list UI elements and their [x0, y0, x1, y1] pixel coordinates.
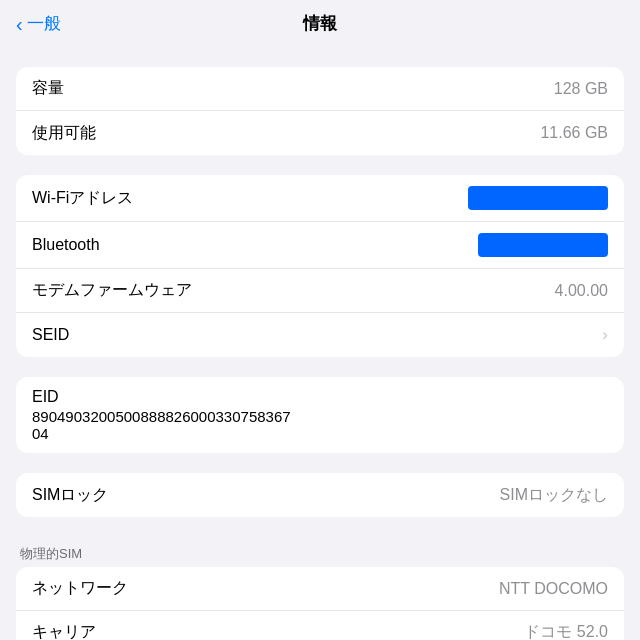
eid-row: EID 890490320050088882600033075836704: [16, 377, 624, 453]
seid-row[interactable]: SEID ›: [16, 313, 624, 357]
wifi-address-value: [468, 186, 608, 210]
eid-section: EID 890490320050088882600033075836704: [0, 377, 640, 453]
network-label: ネットワーク: [32, 578, 128, 599]
available-value: 11.66 GB: [540, 124, 608, 142]
storage-section: 容量 128 GB 使用可能 11.66 GB: [0, 67, 640, 155]
back-chevron-icon: ‹: [16, 14, 23, 34]
sim-lock-card: SIMロック SIMロックなし: [16, 473, 624, 517]
capacity-value: 128 GB: [554, 80, 608, 98]
content-scroll[interactable]: 容量 128 GB 使用可能 11.66 GB Wi-Fiアドレス Blueto…: [0, 47, 640, 640]
modem-firmware-value: 4.00.00: [555, 282, 608, 300]
seid-label: SEID: [32, 326, 69, 344]
sim-lock-label: SIMロック: [32, 485, 108, 506]
eid-card: EID 890490320050088882600033075836704: [16, 377, 624, 453]
network-card: Wi-Fiアドレス Bluetooth モデムファームウェア 4.00.00 S…: [16, 175, 624, 357]
screen: ‹ 一般 情報 容量 128 GB 使用可能 11.66 GB: [0, 0, 640, 640]
bluetooth-row: Bluetooth: [16, 222, 624, 269]
carrier-row: キャリア ドコモ 52.0: [16, 611, 624, 640]
bluetooth-value: [478, 233, 608, 257]
storage-card: 容量 128 GB 使用可能 11.66 GB: [16, 67, 624, 155]
eid-label: EID: [32, 388, 59, 406]
seid-chevron-icon: ›: [602, 325, 608, 345]
capacity-label: 容量: [32, 78, 64, 99]
network-section: Wi-Fiアドレス Bluetooth モデムファームウェア 4.00.00 S…: [0, 175, 640, 357]
sim-lock-row: SIMロック SIMロックなし: [16, 473, 624, 517]
header: ‹ 一般 情報: [0, 0, 640, 47]
sim-lock-section: SIMロック SIMロックなし: [0, 473, 640, 517]
eid-value: 890490320050088882600033075836704: [32, 408, 291, 442]
physical-sim-card: ネットワーク NTT DOCOMO キャリア ドコモ 52.0 IMEI 35 …: [16, 567, 624, 640]
modem-firmware-label: モデムファームウェア: [32, 280, 192, 301]
capacity-row: 容量 128 GB: [16, 67, 624, 111]
physical-sim-section-label: 物理的SIM: [0, 537, 640, 567]
bluetooth-label: Bluetooth: [32, 236, 100, 254]
back-label: 一般: [27, 12, 61, 35]
carrier-label: キャリア: [32, 622, 96, 640]
wifi-address-row: Wi-Fiアドレス: [16, 175, 624, 222]
page-title: 情報: [303, 12, 337, 35]
carrier-value: ドコモ 52.0: [524, 622, 608, 640]
physical-sim-section: 物理的SIM ネットワーク NTT DOCOMO キャリア ドコモ 52.0 I…: [0, 537, 640, 640]
available-label: 使用可能: [32, 123, 96, 144]
wifi-address-label: Wi-Fiアドレス: [32, 188, 133, 209]
modem-firmware-row: モデムファームウェア 4.00.00: [16, 269, 624, 313]
sim-lock-value: SIMロックなし: [500, 485, 608, 506]
network-value: NTT DOCOMO: [499, 580, 608, 598]
available-row: 使用可能 11.66 GB: [16, 111, 624, 155]
back-button[interactable]: ‹ 一般: [16, 12, 61, 35]
network-row: ネットワーク NTT DOCOMO: [16, 567, 624, 611]
